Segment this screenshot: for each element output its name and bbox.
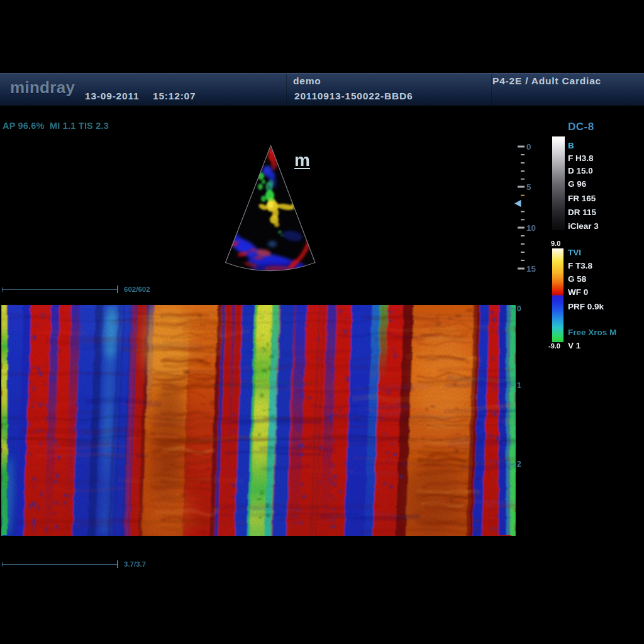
tgc-tick — [521, 195, 525, 196]
depth-label-15: 15 — [526, 264, 536, 274]
bmode-param-gain: G 96 — [568, 179, 586, 189]
bmode-param-frequency: F H3.8 — [568, 153, 594, 163]
ap-value: AP 96.6% — [3, 121, 45, 131]
depth-label-0: 0 — [526, 142, 531, 152]
tvi-color-bar — [552, 248, 564, 342]
sweep-time: 3.7/3.7 — [124, 560, 146, 568]
mmode-axis-label-1: 1 — [517, 381, 521, 390]
screen-content: mindray 13-09-2011 15:12:07 demo 2011091… — [0, 0, 644, 644]
mi-value: MI 1.1 — [50, 121, 76, 131]
bmode-param-framerate: FR 165 — [568, 194, 596, 203]
focus-marker-icon[interactable] — [514, 200, 521, 208]
mmode-line-top-leftcap — [2, 287, 3, 292]
mmode-line-bottom-leftcap — [2, 562, 3, 567]
ultrasound-screen: mindray 13-09-2011 15:12:07 demo 2011091… — [0, 0, 644, 644]
bmode-param-iclear: iClear 3 — [568, 221, 599, 231]
acoustic-output-readout: AP 96.6% MI 1.1 TIS 2.3 — [3, 121, 109, 131]
system-model-label: DC-8 — [568, 121, 594, 133]
mmode-axis-tick-0 — [507, 308, 514, 309]
bmode-label: B — [568, 141, 574, 150]
mmode-line-bottom-cursor[interactable] — [117, 560, 118, 568]
frame-counter: 602/602 — [124, 286, 150, 293]
mmode-axis-label-2: 2 — [517, 460, 521, 469]
bmode-sector-image[interactable] — [214, 137, 328, 279]
free-xros-m-label: Free Xros M — [568, 328, 616, 337]
grayscale-bar — [552, 136, 565, 230]
tvi-param-prf: PRF 0.9k — [568, 302, 604, 311]
header-highlight — [0, 73, 644, 74]
depth-label-10: 10 — [526, 223, 536, 233]
mindray-logo: mindray — [10, 78, 75, 97]
tvi-scale-max: 9.0 — [551, 240, 560, 247]
exam-id: 20110913-150022-BBD6 — [294, 91, 413, 102]
tvi-param-gain: G 58 — [568, 274, 586, 284]
mmode-position-line-bottom — [2, 564, 118, 565]
mmode-axis-label-0: 0 — [517, 304, 521, 313]
tvi-label: TVI — [568, 248, 581, 257]
tvi-param-frequency: F T3.8 — [568, 261, 592, 270]
header-divider-2 — [491, 74, 492, 104]
probe-preset: P4-2E / Adult Cardiac — [492, 75, 601, 87]
mmode-trace-image[interactable] — [1, 305, 516, 536]
mmode-axis-tick-2 — [507, 464, 514, 465]
exam-time: 15:12:07 — [153, 91, 196, 102]
tvi-scale-min: -9.0 — [548, 342, 560, 350]
depth-ruler: 0 5 10 15 — [511, 140, 543, 279]
xros-version: V 1 — [568, 341, 580, 350]
tvi-param-wallfilter: WF 0 — [568, 287, 588, 297]
patient-name: demo — [293, 75, 321, 87]
mmode-axis-tick-1 — [507, 385, 514, 386]
header-divider-1 — [286, 74, 287, 104]
mmode-position-line-top — [2, 289, 118, 290]
mmode-grain-noise — [1, 305, 516, 536]
mline-marker[interactable]: m — [294, 154, 310, 169]
header-bar: mindray 13-09-2011 15:12:07 demo 2011091… — [0, 73, 644, 106]
tis-value: TIS 2.3 — [79, 121, 109, 131]
bmode-param-depth: D 15.0 — [568, 166, 593, 175]
bmode-param-dynamicrange: DR 115 — [568, 208, 596, 217]
exam-date: 13-09-2011 — [85, 91, 139, 102]
mmode-line-top-cursor[interactable] — [117, 286, 118, 293]
depth-label-5: 5 — [526, 182, 531, 192]
